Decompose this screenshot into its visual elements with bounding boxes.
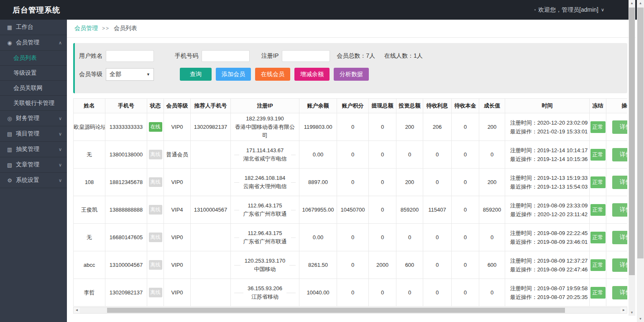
sidebar-item-finance[interactable]: ◎财务管理∨ [0, 111, 67, 126]
frozen-status-badge[interactable]: 正常 [590, 149, 606, 161]
user-dot-icon [534, 9, 536, 10]
member-status-cell: 离线 [147, 251, 164, 279]
balance-cell: 8897.00 [299, 169, 337, 196]
detail-button[interactable]: 详情 [612, 148, 627, 161]
frozen-status-badge[interactable]: 正常 [590, 232, 606, 243]
growth-cell: 200 [479, 169, 505, 196]
table-row: 欧皇源码论坛13333333333在线VIP013020982137182.23… [74, 113, 628, 141]
invest-cell: 200 [396, 169, 423, 196]
sidebar-item-label: 系统设置 [16, 176, 39, 184]
referrer-phone-cell: 13100004567 [191, 196, 231, 224]
adjust-balance-button[interactable]: 增减余额 [294, 68, 330, 81]
detail-button[interactable]: 详情 [612, 176, 627, 189]
dashboard-icon: ▦ [6, 24, 13, 31]
member-status-cell: 离线 [147, 169, 164, 196]
register-ip-cell: 182.239.93.190香港中国移动香港有限公司 [231, 113, 299, 141]
sidebar-subitem-2[interactable]: 等级设置 [0, 66, 67, 81]
outer-vertical-scrollbar[interactable]: ▲ ▼ [637, 0, 644, 322]
inner-vertical-scrollbar[interactable]: ▲ ▼ [629, 0, 635, 316]
phone-input[interactable] [202, 50, 250, 62]
detail-button[interactable]: 详情 [612, 286, 627, 299]
register-time: 注册时间：2019-08-09 22:22:45 [509, 229, 589, 238]
online-members-button[interactable]: 在线会员 [255, 68, 290, 81]
table-row: 10818812345678离线VIP0182.246.108.184云南省大理… [74, 169, 628, 196]
analyze-data-button[interactable]: 分析数据 [334, 68, 369, 81]
username-input[interactable] [106, 50, 154, 62]
frozen-status-badge[interactable]: 正常 [590, 259, 606, 271]
member-level-cell: VIP0 [164, 169, 191, 196]
ip-address: 171.114.143.67 [243, 146, 287, 155]
sidebar-item-members[interactable]: ◉会员管理∧ [0, 35, 67, 51]
select-caret-icon: ▼ [146, 72, 150, 77]
detail-button[interactable]: 详情 [612, 231, 627, 244]
frozen-status-badge[interactable]: 正常 [590, 204, 606, 216]
frozen-status-badge[interactable]: 正常 [590, 176, 606, 188]
interest-cell: 0 [423, 279, 452, 307]
register-time-label: 注册时间： [510, 147, 537, 153]
settings-icon: ⚙ [6, 177, 13, 184]
members-icon: ◉ [6, 40, 13, 46]
frozen-status-badge[interactable]: 正常 [590, 121, 606, 133]
column-header: 待收利息 [423, 99, 452, 113]
finance-icon: ◎ [6, 115, 13, 122]
growth-cell: 0 [479, 224, 505, 251]
detail-button[interactable]: 详情 [612, 258, 627, 272]
withdraw-cell: 0 [369, 169, 396, 196]
ip-location: 广东省广州市联通 [243, 238, 287, 246]
sidebar-subitem-3[interactable]: 会员关联网 [0, 81, 67, 96]
level-select[interactable]: 全部 ▼ [106, 68, 154, 81]
chevron-down-icon: ∨ [59, 162, 62, 168]
user-menu[interactable]: 欢迎您，管理员[admin] ∨ [534, 0, 604, 20]
withdraw-cell: 0 [369, 196, 396, 224]
sidebar-subitem-4[interactable]: 关联银行卡管理 [0, 96, 67, 111]
invest-cell: 859200 [396, 196, 423, 224]
balance-cell: 10679955.00 [299, 196, 337, 224]
member-name-cell: 欧皇源码论坛 [74, 113, 105, 141]
breadcrumb-separator: >> [102, 26, 110, 31]
ip-address: 112.96.43.175 [243, 229, 287, 238]
principal-cell: 0 [452, 169, 479, 196]
growth-cell: 0 [479, 141, 505, 169]
points-cell: 0 [337, 141, 369, 169]
growth-cell: 200 [479, 113, 505, 141]
sidebar-item-workbench[interactable]: ▦工作台 [0, 20, 67, 35]
referrer-phone-cell [191, 141, 231, 169]
withdraw-cell: 0 [369, 224, 396, 251]
inner-vertical-scrollbar-thumb[interactable] [629, 8, 635, 275]
register-ip-cell: 120.253.193.170中国移动 [231, 251, 299, 279]
sidebar-item-settings[interactable]: ⚙系统设置∨ [0, 173, 67, 188]
sidebar-item-articles[interactable]: ▧文章管理∨ [0, 157, 67, 173]
scroll-up-icon[interactable]: ▲ [637, 0, 644, 6]
time-cell: 注册时间：2019-08-09 23:33:09最近操作：2020-12-20 … [505, 196, 590, 224]
time-cell: 注册时间：2020-12-20 23:02:09最近操作：2021-02-19 … [505, 113, 590, 141]
sidebar-subitem-1[interactable]: 会员列表 [0, 51, 67, 66]
action-cell: 详情 [606, 113, 628, 141]
frozen-status-badge[interactable]: 正常 [590, 287, 606, 299]
referrer-phone-cell [191, 279, 231, 307]
breadcrumb-section[interactable]: 会员管理 [74, 25, 98, 32]
register-time-value: 2020-12-20 23:02:09 [537, 120, 588, 126]
sidebar-item-label: 抽奖管理 [16, 146, 39, 153]
horizontal-scrollbar[interactable]: ◄ ► [73, 307, 627, 314]
member-level-cell: 普通会员 [164, 141, 191, 169]
time-cell: 注册时间：2019-08-09 22:22:45最近操作：2019-08-09 … [505, 224, 590, 251]
interest-cell: 0 [423, 169, 452, 196]
detail-button[interactable]: 详情 [612, 203, 627, 217]
column-header: 操作 [606, 99, 628, 113]
horizontal-scrollbar-thumb[interactable] [107, 308, 565, 313]
scroll-up-icon[interactable]: ▲ [629, 0, 635, 6]
query-button[interactable]: 查询 [180, 68, 212, 81]
scroll-left-icon[interactable]: ◄ [74, 307, 80, 313]
scroll-down-icon[interactable]: ▼ [637, 316, 644, 322]
outer-vertical-scrollbar-thumb[interactable] [637, 8, 644, 258]
sidebar-item-projects[interactable]: ▤项目管理∨ [0, 126, 67, 142]
sidebar-item-lottery[interactable]: ▥抽奖管理∨ [0, 142, 67, 157]
last-operation-time: 最近操作：2019-08-09 23:46:01 [509, 238, 589, 246]
scroll-right-icon[interactable]: ► [621, 307, 627, 313]
time-cell: 注册时间：2019-12-14 10:14:17最近操作：2019-12-14 … [505, 141, 590, 169]
scroll-down-icon[interactable]: ▼ [629, 309, 635, 316]
register-ip-input[interactable] [282, 50, 330, 62]
detail-button[interactable]: 详情 [612, 120, 627, 134]
add-member-button[interactable]: 添加会员 [216, 68, 251, 81]
interest-cell: 0 [423, 224, 452, 251]
